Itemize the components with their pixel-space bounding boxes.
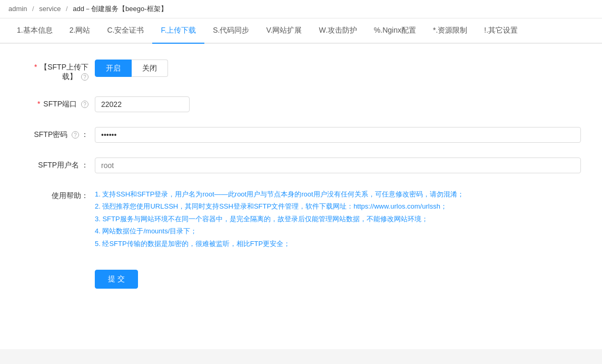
sftp-username-colon: ：: [81, 161, 88, 169]
sftp-toggle-help-icon[interactable]: ?: [81, 73, 88, 81]
breadcrumb-sep-1: /: [32, 5, 34, 13]
sftp-password-label-text: SFTP密码: [34, 130, 67, 139]
sftp-open-button[interactable]: 开启: [95, 60, 132, 77]
tab-other[interactable]: !.其它设置: [476, 18, 526, 44]
breadcrumb-service[interactable]: service: [39, 5, 61, 13]
required-star: *: [34, 63, 37, 71]
sftp-toggle-row: * 【SFTP上传下载】 ? 开启 关闭: [21, 60, 581, 82]
help-item-3: 3. SFTP服务与网站环境不在同一个容器中，是完全隔离的，故登录后仅能管理网站…: [95, 213, 581, 225]
tab-attack[interactable]: W.攻击防护: [310, 18, 365, 44]
sftp-password-input[interactable]: [95, 127, 581, 143]
sftp-password-colon: ：: [81, 130, 88, 139]
help-item-1: 1. 支持SSH和SFTP登录，用户名为root——此root用户与节点本身的r…: [95, 188, 581, 200]
submit-spacer: [21, 264, 95, 268]
sftp-toggle-control: 开启 关闭: [95, 60, 581, 77]
breadcrumb-current: add－创建服务【beego-框架】: [73, 5, 167, 13]
submit-button[interactable]: 提 交: [95, 270, 138, 289]
main-content: * 【SFTP上传下载】 ? 开启 关闭 * SFTP端口 ?: [0, 44, 602, 349]
sftp-port-control: [95, 96, 581, 112]
sftp-port-label-text: SFTP端口: [43, 100, 77, 108]
tab-sync[interactable]: S.代码同步: [204, 18, 258, 44]
sftp-port-help-icon[interactable]: ?: [81, 101, 88, 108]
tabs-bar: 1.基本信息 2.网站 C.安全证书 F.上传下载 S.代码同步 V.网站扩展 …: [0, 18, 602, 44]
sftp-username-label-text: SFTP用户名: [38, 161, 79, 169]
sftp-port-row: * SFTP端口 ?: [21, 96, 581, 112]
submit-control: 提 交: [95, 264, 581, 289]
sftp-username-label: SFTP用户名 ：: [21, 158, 95, 170]
sftp-password-label: SFTP密码 ? ：: [21, 127, 95, 140]
port-required-star: *: [37, 100, 40, 108]
submit-row: 提 交: [21, 264, 581, 289]
tab-expand[interactable]: V.网站扩展: [258, 18, 311, 44]
tab-resource[interactable]: *.资源限制: [425, 18, 476, 44]
sftp-toggle-label: * 【SFTP上传下载】 ?: [21, 60, 95, 82]
sftp-password-help-icon[interactable]: ?: [72, 131, 79, 139]
sftp-close-button[interactable]: 关闭: [132, 60, 168, 77]
tab-ssl[interactable]: C.安全证书: [98, 18, 152, 44]
sftp-toggle-group: 开启 关闭: [95, 60, 581, 77]
help-label: 使用帮助：: [21, 188, 95, 201]
tab-ftp[interactable]: F.上传下载: [152, 18, 204, 44]
help-list: 1. 支持SSH和SFTP登录，用户名为root——此root用户与节点本身的r…: [95, 188, 581, 250]
page-wrapper: admin / service / add－创建服务【beego-框架】 1.基…: [0, 0, 602, 364]
sftp-password-row: SFTP密码 ? ：: [21, 127, 581, 143]
tab-nginx[interactable]: %.Nginx配置: [366, 18, 425, 44]
sftp-username-input[interactable]: [95, 158, 581, 173]
help-label-text: 使用帮助: [52, 191, 81, 200]
breadcrumb-admin[interactable]: admin: [8, 5, 27, 13]
breadcrumb-sep-2: /: [66, 5, 68, 13]
sftp-port-label: * SFTP端口 ?: [21, 96, 95, 109]
help-item-4: 4. 网站数据位于/mounts/目录下；: [95, 225, 581, 237]
tab-basic[interactable]: 1.基本信息: [8, 18, 61, 44]
help-item-2: 2. 强烈推荐您使用URLSSH，其同时支持SSH登录和SFTP文件管理，软件下…: [95, 200, 581, 212]
sftp-username-control: [95, 158, 581, 173]
breadcrumb: admin / service / add－创建服务【beego-框架】: [0, 0, 602, 18]
tab-website[interactable]: 2.网站: [61, 18, 99, 44]
sftp-password-control: [95, 127, 581, 143]
sftp-port-input[interactable]: [95, 96, 190, 112]
sftp-username-row: SFTP用户名 ：: [21, 158, 581, 173]
help-row: 使用帮助： 1. 支持SSH和SFTP登录，用户名为root——此root用户与…: [21, 188, 581, 250]
help-content: 1. 支持SSH和SFTP登录，用户名为root——此root用户与节点本身的r…: [95, 188, 581, 250]
help-item-5: 5. 经SFTP传输的数据是加密的，很难被监听，相比FTP更安全；: [95, 238, 581, 250]
